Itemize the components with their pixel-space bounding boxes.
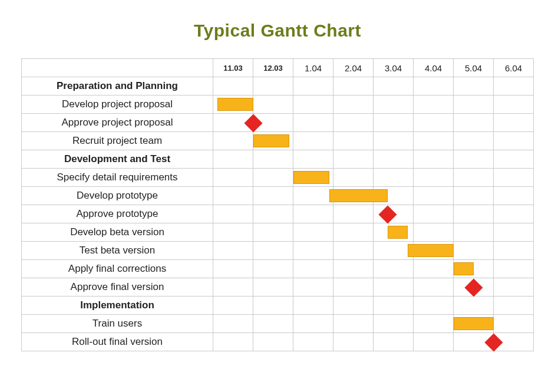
group-row: Implementation <box>22 297 534 315</box>
task-row: Apply final corrections <box>22 260 534 278</box>
task-label: Apply final corrections <box>22 260 213 278</box>
time-header: 5.04 <box>454 59 494 77</box>
timeline-anchor <box>213 150 253 169</box>
task-row: Test beta version <box>22 242 534 260</box>
task-label: Approve project proposal <box>22 114 213 132</box>
task-label: Specify detail requirements <box>22 169 213 187</box>
task-label: Train users <box>22 315 213 333</box>
task-label: Develop beta version <box>22 223 213 242</box>
task-label: Roll-out final version <box>22 333 213 351</box>
group-row: Preparation and Planning <box>22 77 534 95</box>
corner-cell <box>22 59 213 77</box>
timeline-anchor <box>213 315 253 333</box>
chart-title: Typical Gantt Chart <box>0 21 555 41</box>
task-label: Approve final version <box>22 278 213 297</box>
group-label: Preparation and Planning <box>22 77 213 95</box>
task-row: Approve final version <box>22 278 534 297</box>
task-label: Develop project proposal <box>22 95 213 114</box>
timeline-anchor <box>213 333 253 351</box>
gantt-bar <box>217 98 253 111</box>
time-header: 1.04 <box>293 59 333 77</box>
gantt-bar <box>388 226 408 239</box>
task-row: Develop project proposal <box>22 95 534 114</box>
timeline-anchor <box>213 205 253 223</box>
task-row: Develop prototype <box>22 187 534 205</box>
time-header: 6.04 <box>494 59 534 77</box>
time-header: 12.03 <box>253 59 293 77</box>
task-row: Develop beta version <box>22 223 534 242</box>
task-row: Specify detail requirements <box>22 169 534 187</box>
task-row: Approve prototype <box>22 205 534 223</box>
timeline-anchor <box>213 132 253 150</box>
gantt-bar <box>293 171 329 184</box>
task-row: Roll-out final version <box>22 333 534 351</box>
time-header: 4.04 <box>414 59 454 77</box>
group-row: Development and Test <box>22 150 534 169</box>
timeline-anchor <box>213 242 253 260</box>
task-row: Train users <box>22 315 534 333</box>
gantt-bar <box>454 317 494 330</box>
gantt-bar <box>253 134 289 147</box>
group-label: Development and Test <box>22 150 213 169</box>
timeline-anchor <box>213 77 253 95</box>
timeline-anchor <box>213 223 253 242</box>
gantt-bar <box>408 244 454 257</box>
timeline-anchor <box>213 187 253 205</box>
timeline-anchor <box>213 278 253 297</box>
task-row: Recruit project team <box>22 132 534 150</box>
task-label: Develop prototype <box>22 187 213 205</box>
gantt-table: 11.03 12.03 1.04 2.04 3.04 4.04 5.04 6.0… <box>21 58 534 351</box>
timeline-anchor <box>213 260 253 278</box>
timeline-anchor <box>213 297 253 315</box>
timeline-anchor <box>213 114 253 132</box>
gantt-bar <box>329 189 388 202</box>
time-header-row: 11.03 12.03 1.04 2.04 3.04 4.04 5.04 6.0… <box>22 59 534 77</box>
timeline-anchor <box>213 95 253 114</box>
task-row: Approve project proposal <box>22 114 534 132</box>
task-label: Test beta version <box>22 242 213 260</box>
time-header: 2.04 <box>333 59 374 77</box>
time-header: 11.03 <box>213 59 253 77</box>
task-label: Approve prototype <box>22 205 213 223</box>
time-header: 3.04 <box>374 59 414 77</box>
task-label: Recruit project team <box>22 132 213 150</box>
gantt-bar <box>454 262 474 275</box>
timeline-anchor <box>213 169 253 187</box>
group-label: Implementation <box>22 297 213 315</box>
